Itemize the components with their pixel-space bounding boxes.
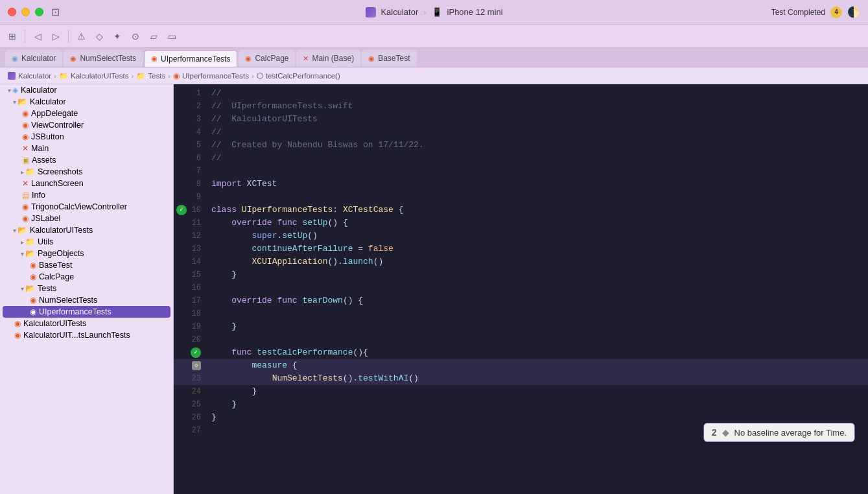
minimize-button[interactable] (21, 8, 30, 16)
grid-view-icon[interactable]: ⊞ (5, 29, 19, 43)
rect-icon[interactable]: ▱ (147, 29, 161, 43)
rect2-icon[interactable]: ▭ (165, 29, 179, 43)
code-line-8: 8 import XCTest (174, 178, 868, 191)
nav-back-icon[interactable]: ◁ (30, 29, 45, 43)
swift-icon-9: ◉ (14, 319, 21, 328)
sidebar-toggle-icon[interactable]: ⊡ (51, 6, 60, 18)
breadcrumb-swift-icon: ◉ (173, 71, 180, 80)
swift-icon-2: ◉ (22, 121, 29, 130)
tab-numselecttests-icon: ◉ (70, 54, 76, 63)
tab-basetest[interactable]: ◉ BaseTest (362, 50, 416, 67)
warning-badge[interactable]: 4 (830, 6, 842, 18)
xib-icon-2: ✕ (22, 179, 29, 188)
code-content-10: class UIperformanceTests: XCTestCase { (206, 204, 868, 217)
sidebar-item-pageobjects[interactable]: 📂 PageObjects (3, 248, 170, 259)
night-mode-icon[interactable]: 🌓 (847, 6, 860, 18)
xcode-icon: ◈ (12, 86, 18, 95)
sidebar-item-basetest[interactable]: ◉ BaseTest (3, 259, 170, 271)
toolbar: ⊞ ◁ ▷ ⚠ ◇ ✦ ⊙ ▱ ▭ (0, 25, 868, 48)
test-pass-badge-21[interactable]: ✓ (191, 347, 201, 358)
gutter-5: 5 (174, 139, 206, 152)
breadcrumb-uitests[interactable]: UIperformanceTests (182, 72, 249, 80)
nav-forward-icon[interactable]: ▷ (49, 29, 63, 43)
breadcrumb-folder-icon: 📁 (59, 71, 68, 80)
tab-kalculator[interactable]: ◉ Kalculator (5, 50, 62, 67)
sidebar-item-jsbutton[interactable]: ◉ JSButton (3, 131, 170, 143)
sidebar-item-jslabel[interactable]: ◉ JSLabel (3, 213, 170, 224)
plist-icon: ▤ (22, 191, 29, 200)
code-content-18 (206, 307, 868, 320)
code-content-2: // UIperformanceTests.swift (206, 100, 868, 113)
sidebar-item-info[interactable]: ▤ Info (3, 189, 170, 201)
code-content-9 (206, 191, 868, 204)
breadcrumb-kalculatoruitests[interactable]: KalculatorUITests (71, 72, 128, 80)
sidebar-item-calcpage[interactable]: ◉ CalcPage (3, 271, 170, 283)
test-neutral-badge[interactable]: ◇ (192, 361, 201, 370)
sidebar-label-root: Kalculator (21, 86, 57, 95)
gutter-15: 15 (174, 268, 206, 281)
breadcrumb-tests[interactable]: Tests (148, 72, 165, 80)
code-editor[interactable]: 1 // 2 // UIperformanceTests.swift 3 // … (174, 84, 868, 494)
sidebar-item-kalculatoruitests-folder[interactable]: 📂 KalculatorUITests (3, 224, 170, 236)
sidebar-item-main[interactable]: ✕ Main (3, 143, 170, 154)
folder-icon: 📂 (18, 97, 27, 106)
breadcrumb-func[interactable]: testCalcPerformance() (266, 72, 340, 80)
breadcrumb-kalculator[interactable]: Kalculator (18, 72, 51, 80)
code-content-6: // (206, 152, 868, 165)
sidebar-item-utils[interactable]: 📁 Utils (3, 236, 170, 248)
circle-icon[interactable]: ⊙ (128, 29, 143, 43)
gutter-20: 20 (174, 333, 206, 346)
sidebar-item-viewcontroller[interactable]: ◉ ViewController (3, 119, 170, 131)
swift-icon-4: ◉ (22, 202, 29, 211)
code-line-19: 19 } (174, 320, 868, 333)
maximize-button[interactable] (35, 8, 43, 16)
asset-icon: ▣ (22, 156, 29, 165)
star-icon[interactable]: ✦ (110, 29, 124, 43)
tab-main-base[interactable]: ✕ Main (Base) (296, 50, 360, 67)
sidebar-item-appdelegate[interactable]: ◉ AppDelegate (3, 108, 170, 119)
tree-arrow-utils (21, 239, 24, 246)
tab-uiperformancetests[interactable]: ◉ UIperformanceTests (144, 50, 237, 67)
sidebar-item-screenshots[interactable]: 📁 Screenshots (3, 166, 170, 178)
sidebar-label-jslabel: JSLabel (31, 214, 60, 223)
gutter-21: ✓ 21 (174, 346, 206, 359)
gutter-26: 26 (174, 411, 206, 424)
warning-icon[interactable]: ⚠ (74, 29, 88, 43)
tab-basetest-label: BaseTest (378, 54, 410, 63)
toolbar-separator-2 (68, 30, 69, 43)
code-line-5: 5 // Created by Nabendu Biswas on 17/11/… (174, 139, 868, 152)
code-line-24: 24 } (174, 385, 868, 398)
inline-tooltip[interactable]: 2 ◆ No baseline average for Time. (703, 423, 855, 442)
gutter-24: 24 (174, 385, 206, 398)
gutter-11: 11 (174, 217, 206, 229)
tab-bar: ◉ Kalculator ◉ NumSelectTests ◉ UIperfor… (0, 48, 868, 67)
sidebar-item-tests-folder[interactable]: 📂 Tests (3, 283, 170, 294)
titlebar-center: Kalculator › 📱 iPhone 12 mini (365, 7, 502, 18)
test-pass-badge-10[interactable]: ✓ (176, 205, 187, 215)
tab-numselecttests[interactable]: ◉ NumSelectTests (64, 50, 143, 67)
sidebar-item-kalculatoruitests2[interactable]: ◉ KalculatorUITests (3, 318, 170, 329)
sidebar-item-launchscreen[interactable]: ✕ LaunchScreen (3, 178, 170, 189)
tab-kalculator-label: Kalculator (21, 54, 56, 63)
sidebar-label-appdelegate: AppDelegate (31, 109, 78, 118)
window-controls[interactable] (8, 8, 43, 16)
folder-icon-3: 📂 (18, 226, 27, 235)
sidebar-item-numselecttests[interactable]: ◉ NumSelectTests (3, 294, 170, 306)
sidebar-label-tests: Tests (38, 284, 56, 293)
sidebar-item-kalculator-folder[interactable]: 📂 Kalculator (3, 96, 170, 108)
run-icon: 📱 (432, 7, 442, 17)
diamond-icon[interactable]: ◇ (92, 29, 106, 43)
sidebar-item-uiperformancetests[interactable]: ◉ UIperformanceTests (3, 306, 170, 318)
code-content-24: } (206, 385, 868, 398)
sidebar-item-kalculatoruitlaunch[interactable]: ◉ KalculatorUIT...tsLaunchTests (3, 329, 170, 341)
code-line-12: 12 super.setUp() (174, 229, 868, 242)
tab-calcpage[interactable]: ◉ CalcPage (239, 50, 295, 67)
tab-kalculator-icon: ◉ (12, 54, 18, 63)
sidebar-item-root-kalculator[interactable]: ◈ Kalculator (3, 84, 170, 96)
sidebar-item-assets[interactable]: ▣ Assets (3, 154, 170, 166)
code-content-measure: measure { (206, 359, 868, 372)
code-line-7: 7 (174, 165, 868, 178)
sidebar-label-info: Info (32, 191, 45, 200)
sidebar-item-trigono[interactable]: ◉ TrigonoCalcViewController (3, 201, 170, 213)
close-button[interactable] (8, 8, 16, 16)
